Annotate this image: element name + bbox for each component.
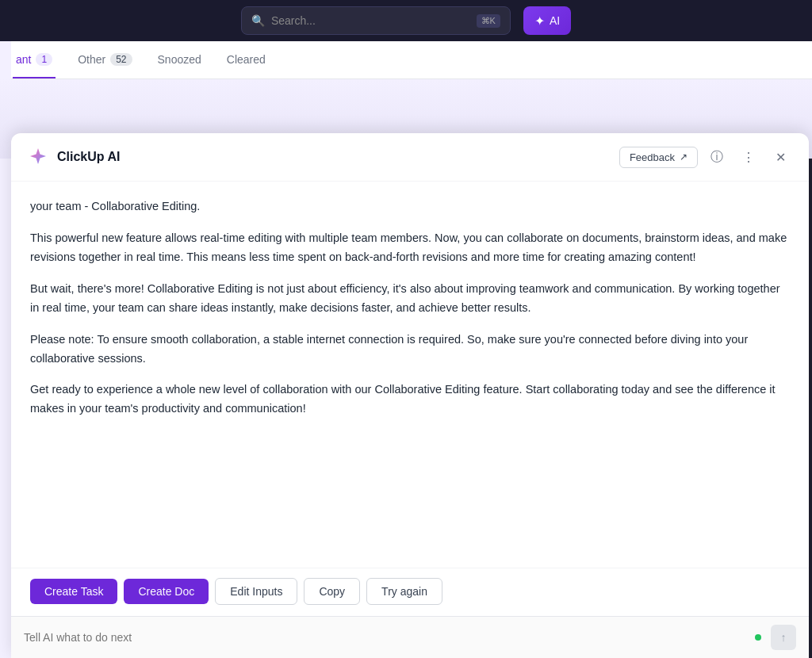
create-task-button[interactable]: Create Task xyxy=(30,579,117,604)
content-para4: Get ready to experience a whole new leve… xyxy=(30,381,790,419)
send-button[interactable]: ↑ xyxy=(771,625,796,650)
tab-ant-label: ant xyxy=(16,53,31,66)
panel-header: ClickUp AI Feedback ↗ ⓘ ⋮ ✕ xyxy=(11,133,809,182)
try-again-button[interactable]: Try again xyxy=(366,578,442,605)
create-doc-button[interactable]: Create Doc xyxy=(124,579,209,604)
panel-actions: Feedback ↗ ⓘ ⋮ ✕ xyxy=(619,144,793,170)
panel-title-area: ClickUp AI xyxy=(27,146,619,168)
edit-inputs-button[interactable]: Edit Inputs xyxy=(215,578,297,605)
tab-snoozed-label: Snoozed xyxy=(158,53,201,66)
tab-ant[interactable]: ant 1 xyxy=(13,41,56,78)
copy-button[interactable]: Copy xyxy=(304,578,360,605)
tab-cleared[interactable]: Cleared xyxy=(224,41,269,78)
sparkle-icon: ✦ xyxy=(534,13,545,29)
search-icon: 🔍 xyxy=(251,14,265,27)
tab-cleared-label: Cleared xyxy=(227,53,266,66)
ai-button[interactable]: ✦ AI xyxy=(523,6,571,35)
panel-content: your team - Collaborative Editing. This … xyxy=(11,182,809,568)
ai-input-field[interactable] xyxy=(24,631,745,644)
search-shortcut: ⌘K xyxy=(477,14,500,28)
input-area: ↑ xyxy=(11,616,809,658)
tab-bar: ant 1 Other 52 Snoozed Cleared xyxy=(0,41,812,79)
ellipsis-icon: ⋮ xyxy=(742,150,755,165)
clickup-ai-icon xyxy=(27,146,49,168)
search-bar[interactable]: 🔍 Search... ⌘K xyxy=(241,6,511,35)
external-link-icon: ↗ xyxy=(680,151,688,163)
send-icon: ↑ xyxy=(781,631,787,644)
content-para2: But wait, there's more! Collaborative Ed… xyxy=(30,280,790,318)
panel-title: ClickUp AI xyxy=(57,150,120,164)
tab-other-badge: 52 xyxy=(110,53,132,66)
content-para3: Please note: To ensure smooth collaborat… xyxy=(30,331,790,369)
info-button[interactable]: ⓘ xyxy=(704,144,730,170)
content-para1: This powerful new feature allows real-ti… xyxy=(30,229,790,267)
tab-other[interactable]: Other 52 xyxy=(75,41,135,78)
more-options-button[interactable]: ⋮ xyxy=(736,144,761,170)
action-bar: Create Task Create Doc Edit Inputs Copy … xyxy=(11,568,809,616)
feedback-button[interactable]: Feedback ↗ xyxy=(619,147,698,168)
feedback-label: Feedback xyxy=(630,151,675,163)
tab-ant-badge: 1 xyxy=(36,53,52,66)
tab-snoozed[interactable]: Snoozed xyxy=(155,41,205,78)
info-icon: ⓘ xyxy=(710,149,723,166)
search-placeholder: Search... xyxy=(271,14,316,27)
ai-panel: ClickUp AI Feedback ↗ ⓘ ⋮ ✕ your team - … xyxy=(11,133,809,658)
ai-label: AI xyxy=(550,14,560,27)
content-intro: your team - Collaborative Editing. xyxy=(30,197,790,216)
tab-other-label: Other xyxy=(78,53,105,66)
close-icon: ✕ xyxy=(776,150,786,165)
close-button[interactable]: ✕ xyxy=(768,144,793,170)
top-bar: 🔍 Search... ⌘K ✦ AI xyxy=(0,0,812,41)
status-dot xyxy=(755,634,761,641)
